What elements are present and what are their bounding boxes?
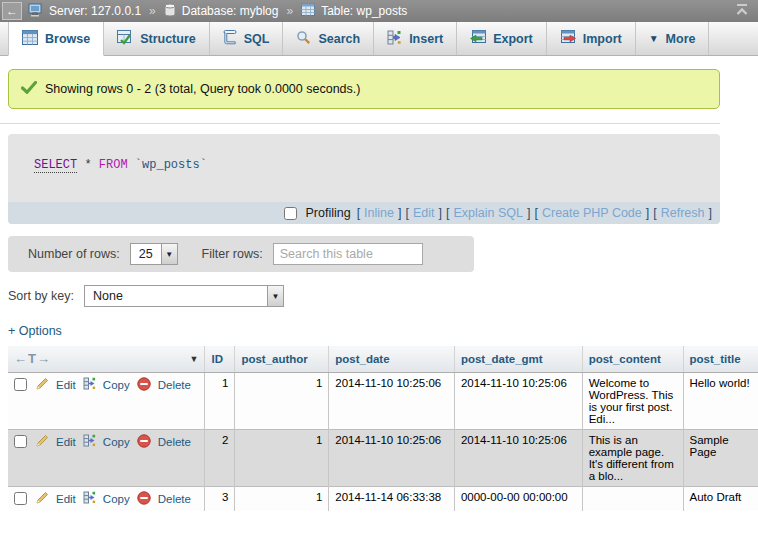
- row-checkbox[interactable]: [14, 378, 27, 391]
- success-check-icon: [21, 81, 37, 97]
- cell-post-content: [582, 486, 683, 511]
- tab-search[interactable]: Search: [283, 22, 374, 55]
- cell-post-title: Sample Page: [683, 429, 758, 486]
- breadcrumb-server[interactable]: Server: 127.0.0.1: [49, 4, 141, 18]
- tab-import[interactable]: Import: [547, 22, 636, 55]
- copy-row-link[interactable]: Copy: [103, 493, 130, 505]
- column-header-post-title[interactable]: post_title: [683, 346, 758, 372]
- refresh-link[interactable]: Refresh: [661, 206, 705, 220]
- cell-post-author: 1: [235, 372, 329, 429]
- number-of-rows-label: Number of rows:: [28, 247, 120, 261]
- breadcrumb-table[interactable]: Table: wp_posts: [321, 4, 407, 18]
- back-button[interactable]: ←: [2, 2, 22, 20]
- delete-row-link[interactable]: Delete: [158, 493, 191, 505]
- cell-post-title: Auto Draft: [683, 486, 758, 511]
- sort-row: Sort by key: None ▼: [8, 285, 758, 307]
- edit-row-link[interactable]: Edit: [56, 379, 76, 391]
- delete-icon: [137, 377, 151, 393]
- cell-post-date-gmt: 2014-11-10 10:25:06: [454, 429, 582, 486]
- explain-sql-link[interactable]: Explain SQL: [453, 206, 522, 220]
- collapse-top-icon[interactable]: [734, 3, 750, 19]
- col-tack-icon[interactable]: T: [28, 351, 37, 366]
- column-header-post-author[interactable]: post_author: [235, 346, 329, 372]
- bracket: [: [653, 206, 656, 220]
- breadcrumb-separator-2: »: [286, 4, 293, 18]
- tab-sql[interactable]: SQL: [210, 22, 284, 55]
- select-arrow-icon: ▼: [267, 286, 283, 306]
- bracket: ]: [709, 206, 712, 220]
- sql-query-text: SELECT * FROM `wp_posts`: [8, 134, 720, 202]
- create-php-code-link[interactable]: Create PHP Code: [542, 206, 642, 220]
- tab-more-label: More: [666, 32, 696, 46]
- inline-link[interactable]: Inline: [364, 206, 394, 220]
- delete-row-link[interactable]: Delete: [158, 436, 191, 448]
- bracket: [: [405, 206, 408, 220]
- row-actions-cell: Edit Copy Delete: [8, 372, 205, 429]
- column-header-post-date-gmt[interactable]: post_date_gmt: [454, 346, 582, 372]
- sql-keyword-from: FROM: [99, 158, 128, 172]
- sql-star: *: [84, 158, 91, 172]
- options-toggle-link[interactable]: + Options: [8, 324, 62, 338]
- database-icon: [164, 3, 176, 20]
- success-message: Showing rows 0 - 2 (3 total, Query took …: [8, 69, 720, 109]
- edit-query-link[interactable]: Edit: [413, 206, 435, 220]
- bracket: ]: [527, 206, 530, 220]
- filter-rows-input[interactable]: [273, 243, 423, 265]
- copy-row-link[interactable]: Copy: [103, 379, 130, 391]
- tab-export[interactable]: Export: [457, 22, 547, 55]
- table-row: Edit Copy Delete 2 1 2014-11-10 10:25:06…: [8, 429, 758, 486]
- cell-post-author: 1: [235, 429, 329, 486]
- bracket: [: [357, 206, 360, 220]
- rows-control-bar: Number of rows: 25 ▼ Filter rows:: [8, 236, 474, 272]
- row-actions-cell: Edit Copy Delete: [8, 486, 205, 511]
- rows-per-page-select[interactable]: 25 ▼: [130, 243, 178, 265]
- rows-per-page-value: 25: [131, 244, 161, 264]
- bracket: ]: [646, 206, 649, 220]
- tab-import-label: Import: [583, 32, 622, 46]
- table-icon: [301, 3, 315, 19]
- sql-icon: [223, 29, 237, 48]
- sort-by-key-value: None: [85, 286, 131, 306]
- bracket: [: [446, 206, 449, 220]
- profiling-label: Profiling: [305, 206, 350, 220]
- server-breadcrumb-bar: ← Server: 127.0.0.1 » Database: myblog »…: [0, 0, 758, 22]
- structure-icon: [117, 30, 133, 48]
- row-checkbox[interactable]: [14, 435, 27, 448]
- delete-row-link[interactable]: Delete: [158, 379, 191, 391]
- edit-row-link[interactable]: Edit: [56, 436, 76, 448]
- row-actions-cell: Edit Copy Delete: [8, 429, 205, 486]
- delete-icon: [137, 434, 151, 450]
- copy-row-link[interactable]: Copy: [103, 436, 130, 448]
- copy-icon: [83, 434, 96, 449]
- row-checkbox[interactable]: [14, 492, 27, 505]
- profiling-checkbox[interactable]: [284, 207, 297, 220]
- column-header-id[interactable]: ID: [205, 346, 235, 372]
- tab-insert[interactable]: Insert: [374, 22, 457, 55]
- cell-post-author: 1: [235, 486, 329, 511]
- tab-browse[interactable]: Browse: [8, 22, 104, 56]
- column-header-post-date[interactable]: post_date: [329, 346, 455, 372]
- pencil-icon: [36, 434, 49, 449]
- breadcrumb-database[interactable]: Database: myblog: [182, 4, 279, 18]
- section-divider: [0, 123, 720, 124]
- browse-icon: [22, 30, 38, 48]
- cell-post-date: 2014-11-14 06:33:38: [329, 486, 455, 511]
- edit-row-link[interactable]: Edit: [56, 493, 76, 505]
- server-icon: [28, 3, 43, 20]
- col-left-arrow-icon[interactable]: ←: [14, 351, 28, 366]
- query-toolbar: Profiling [ Inline ] [ Edit ] [ Explain …: [8, 202, 720, 224]
- cell-id: 2: [205, 429, 235, 486]
- sort-by-key-select[interactable]: None ▼: [84, 285, 284, 307]
- cell-post-content: Welcome to WordPress. This is your first…: [582, 372, 683, 429]
- column-header-post-content[interactable]: post_content: [582, 346, 683, 372]
- col-right-arrow-icon[interactable]: →: [37, 351, 51, 366]
- tab-more[interactable]: ▼ More: [636, 22, 710, 55]
- tab-structure-label: Structure: [140, 32, 196, 46]
- header-options-caret-icon[interactable]: ▼: [190, 354, 199, 364]
- sort-by-key-label: Sort by key:: [8, 289, 74, 303]
- bracket: ]: [398, 206, 401, 220]
- cell-post-date-gmt: 2014-11-10 10:25:06: [454, 372, 582, 429]
- tab-structure[interactable]: Structure: [104, 22, 210, 55]
- sql-keyword-select[interactable]: SELECT: [34, 158, 77, 173]
- table-tab-bar: Browse Structure SQL Search Insert Expor…: [0, 22, 758, 56]
